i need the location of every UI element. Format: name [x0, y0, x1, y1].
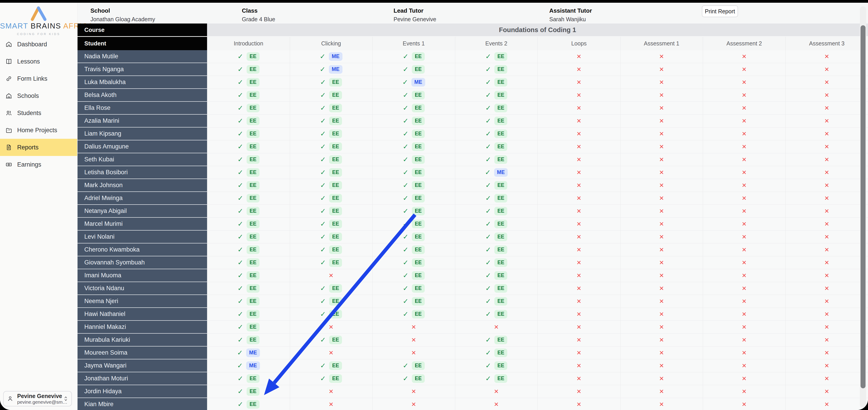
grade-badge-ee: EE	[247, 310, 259, 318]
grade-cell: ✓EE	[372, 166, 455, 179]
grade-cell: ✓EE	[372, 192, 455, 205]
student-name-cell[interactable]: Imani Muoma	[78, 269, 207, 282]
user-profile[interactable]: Pevine Genevive pevine.genevive@sm…	[3, 391, 72, 406]
student-name-cell[interactable]: Seth Kubai	[78, 153, 207, 166]
grade-badge-ee: EE	[247, 91, 259, 99]
cross-icon: ✕	[825, 182, 829, 188]
grade-cell: ✕	[703, 398, 785, 410]
cross-icon: ✕	[577, 208, 581, 214]
student-name-cell[interactable]: Ella Rose	[78, 102, 207, 115]
student-name-cell[interactable]: Neema Njeri	[78, 295, 207, 308]
grade-badge-ee: EE	[247, 271, 259, 280]
student-name-cell[interactable]: Hawi Nathaniel	[78, 308, 207, 321]
grade-cell: ✓EE	[290, 192, 373, 205]
student-name-cell[interactable]: Cherono Kwamboka	[78, 244, 207, 256]
grade-cell: ✕	[703, 346, 785, 359]
grade-cell: ✕	[620, 179, 703, 192]
student-name-cell[interactable]: Jordin Hidaya	[78, 385, 207, 398]
grade-cell: ✓EE	[290, 244, 373, 256]
student-name-cell[interactable]: Liam Kipsang	[78, 127, 207, 140]
grade-badge-ee: EE	[412, 232, 425, 241]
grade-badge-ee: EE	[329, 78, 342, 86]
student-name-cell[interactable]: Luka Mbalukha	[78, 76, 207, 89]
student-name-cell[interactable]: Belsa Akoth	[78, 89, 207, 102]
grade-cell: ✓EE	[207, 398, 290, 410]
sidebar-item-schools[interactable]: Schools	[0, 87, 77, 104]
student-name-cell[interactable]: Kian Mbire	[78, 398, 207, 410]
link-icon	[5, 75, 12, 82]
table-row: Nadia Mutile✓EE✓ME✓EE✓EE✕✕✕✕	[78, 50, 868, 63]
grade-cell: ✕	[620, 359, 703, 372]
grade-cell: ✓EE	[372, 205, 455, 218]
column-header-introduction: Introduction	[207, 37, 290, 50]
student-name-cell[interactable]: Azalia Marini	[78, 115, 207, 127]
student-header-cell: Student	[78, 37, 207, 50]
student-name-cell[interactable]: Jonathan Moturi	[78, 372, 207, 385]
header-field-class: ClassGrade 4 Blue	[242, 7, 275, 23]
grade-cell: ✕	[537, 76, 620, 89]
student-name-cell[interactable]: Mark Johnson	[78, 179, 207, 192]
grade-cell: ✕	[537, 153, 620, 166]
grade-cell: ✓EE	[207, 140, 290, 153]
check-icon: ✓	[485, 156, 491, 163]
check-icon: ✓	[485, 298, 491, 305]
cross-icon: ✕	[577, 285, 581, 291]
grade-cell: ✓EE	[290, 127, 373, 140]
grade-badge-ee: EE	[247, 258, 259, 267]
cross-icon: ✕	[329, 388, 334, 395]
grade-badge-ee: EE	[247, 168, 259, 177]
check-icon: ✓	[320, 53, 325, 60]
profile-name: Pevine Genevive	[17, 393, 63, 399]
grade-badge-ee: EE	[412, 168, 425, 177]
print-report-button[interactable]: Print Report	[702, 5, 738, 17]
student-name-cell[interactable]: Giovannah Syombuah	[78, 256, 207, 269]
student-name-cell[interactable]: Travis Nganga	[78, 63, 207, 76]
student-name-cell[interactable]: Marcel Murimi	[78, 218, 207, 230]
table-row: Liam Kipsang✓EE✓EE✓EE✓EE✕✕✕✕	[78, 127, 868, 140]
grade-badge-me: ME	[494, 168, 508, 177]
cross-icon: ✕	[659, 311, 664, 317]
grade-cell: ✕	[537, 192, 620, 205]
grade-badge-ee: EE	[247, 297, 259, 305]
table-row: Mark Johnson✓EE✓EE✓EE✓EE✕✕✕✕	[78, 179, 868, 192]
student-name-cell[interactable]: Dalius Amugune	[78, 140, 207, 153]
student-name-cell[interactable]: Moureen Soima	[78, 346, 207, 359]
student-name-cell[interactable]: Victoria Ndanu	[78, 282, 207, 295]
cross-icon: ✕	[742, 157, 747, 162]
grade-cell: ✓EE	[290, 334, 373, 346]
sidebar-item-home-projects[interactable]: Home Projects	[0, 122, 77, 139]
cross-icon: ✕	[742, 54, 747, 59]
student-name-cell[interactable]: Jayma Wangari	[78, 359, 207, 372]
column-header-row: Student IntroductionClickingEvents 1Even…	[78, 37, 868, 50]
student-name-cell[interactable]: Netanya Abigail	[78, 205, 207, 218]
grade-badge-ee: EE	[494, 155, 507, 164]
check-icon: ✓	[403, 182, 408, 189]
chevron-up-down-icon	[63, 395, 68, 402]
grade-badge-ee: EE	[329, 194, 342, 202]
brand-name: SMART BRAINS AFRICA	[0, 22, 77, 30]
sidebar-item-reports[interactable]: Reports	[0, 139, 77, 156]
grade-cell: ✕	[703, 179, 785, 192]
check-icon: ✓	[238, 130, 243, 137]
cross-icon: ✕	[659, 285, 664, 291]
grade-cell: ✕	[785, 76, 868, 89]
scrollbar-track[interactable]	[860, 6, 866, 408]
grade-cell: ✕	[620, 76, 703, 89]
scrollbar-thumb[interactable]	[861, 25, 866, 388]
student-name-cell[interactable]: Adriel Mwinga	[78, 192, 207, 205]
sidebar-item-lessons[interactable]: Lessons	[0, 53, 77, 70]
student-name-cell[interactable]: Murabula Kariuki	[78, 334, 207, 346]
cross-icon: ✕	[659, 260, 664, 265]
student-name-cell[interactable]: Letisha Bosibori	[78, 166, 207, 179]
grade-cell: ✕	[620, 385, 703, 398]
student-name-cell[interactable]: Levi Nolani	[78, 230, 207, 244]
student-name-cell[interactable]: Hanniel Makazi	[78, 321, 207, 334]
student-name-cell[interactable]: Nadia Mutile	[78, 50, 207, 63]
cross-icon: ✕	[577, 376, 581, 381]
grade-badge-ee: EE	[412, 65, 425, 73]
sidebar-item-form-links[interactable]: Form Links	[0, 70, 77, 87]
sidebar-item-dashboard[interactable]: Dashboard	[0, 36, 77, 53]
grade-cell: ✓EE	[207, 166, 290, 179]
sidebar-item-earnings[interactable]: Earnings	[0, 156, 77, 173]
sidebar-item-students[interactable]: Students	[0, 104, 77, 122]
